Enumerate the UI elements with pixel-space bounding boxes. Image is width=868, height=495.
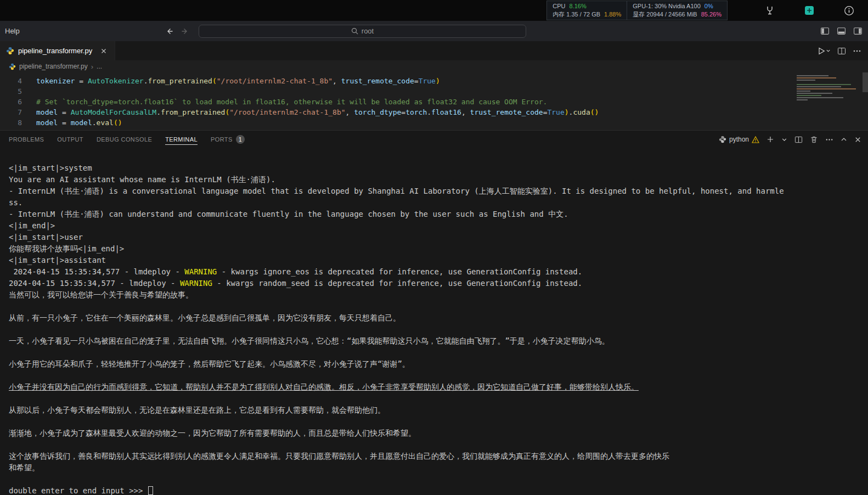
new-terminal-icon[interactable] bbox=[766, 136, 774, 143]
terminal-line bbox=[9, 393, 868, 404]
terminal-line bbox=[9, 439, 868, 451]
tab-pipeline-transformer[interactable]: pipeline_transformer.py bbox=[0, 41, 115, 60]
breadcrumb-symbol[interactable]: ... bbox=[97, 63, 102, 70]
terminal-line bbox=[9, 474, 868, 485]
terminal-line: - InternLM (书生·浦语) can understand and co… bbox=[9, 209, 868, 220]
back-arrow-icon[interactable] bbox=[164, 25, 176, 37]
toggle-sidebar-icon[interactable] bbox=[820, 26, 830, 36]
breadcrumb: pipeline_transformer.py › ... bbox=[0, 60, 868, 72]
apps-grid-icon[interactable] bbox=[802, 3, 816, 18]
tab-debug-console[interactable]: DEBUG CONSOLE bbox=[97, 131, 152, 148]
terminal-line: <|im_start|>user bbox=[9, 232, 868, 243]
terminal-line: 小兔子并没有因为自己的行为而感到得意，它知道，帮助别人并不是为了得到别人对自己的… bbox=[9, 381, 868, 393]
python-file-icon bbox=[9, 63, 16, 70]
ports-count-badge: 1 bbox=[236, 135, 245, 144]
python-file-icon bbox=[6, 47, 14, 55]
terminal-line: 渐渐地，小兔子成为了森林里最受人欢迎的动物之一，因为它帮助了所有需要帮助的人，而… bbox=[9, 428, 868, 439]
code-line: 8model = model.eval() bbox=[0, 117, 868, 128]
terminal-line bbox=[9, 347, 868, 358]
search-icon bbox=[351, 27, 358, 35]
cpu-memory-stats: CPU 8.16% 内存 1.35 / 72 GB 1.88% bbox=[547, 1, 627, 20]
line-number: 6 bbox=[0, 97, 22, 107]
forward-arrow-icon[interactable] bbox=[179, 25, 191, 37]
tab-ports[interactable]: PORTS 1 bbox=[211, 131, 245, 148]
split-editor-icon[interactable] bbox=[837, 47, 846, 55]
minimap[interactable] bbox=[797, 75, 858, 102]
terminal-line bbox=[9, 370, 868, 381]
terminal-output: <|im_start|>systemYou are an AI assistan… bbox=[9, 162, 868, 495]
line-number: 4 bbox=[0, 76, 22, 86]
terminal-line: 和希望。 bbox=[9, 462, 868, 474]
line-number: 5 bbox=[0, 86, 22, 97]
terminal-line: double enter to end input >>> bbox=[9, 485, 868, 495]
layout-toggles bbox=[820, 26, 863, 36]
more-actions-icon[interactable] bbox=[853, 47, 861, 55]
toggle-panel-icon[interactable] bbox=[836, 26, 846, 36]
code-editor[interactable]: 4tokenizer = AutoTokenizer.from_pretrain… bbox=[0, 72, 868, 130]
vram-value: 85.26% bbox=[701, 10, 722, 19]
memory-label: 内存 1.35 / 72 GB bbox=[553, 10, 600, 19]
terminal-line: You are an AI assistant whose name is In… bbox=[9, 174, 868, 185]
panel-tabs: PROBLEMS OUTPUT DEBUG CONSOLE TERMINAL P… bbox=[9, 131, 245, 148]
nav-controls: root bbox=[164, 25, 526, 38]
split-terminal-icon[interactable] bbox=[794, 136, 803, 144]
terminal-line: ss. bbox=[9, 197, 868, 209]
toggle-secondary-sidebar-icon[interactable] bbox=[853, 26, 863, 36]
code-line: 6# Set `torch_dtype=torch.float16` to lo… bbox=[0, 97, 868, 107]
cpu-value: 8.16% bbox=[569, 2, 586, 10]
terminal-cursor bbox=[148, 486, 153, 495]
warning-icon bbox=[752, 136, 759, 143]
terminal-line: - InternLM (书生·浦语) is a conversational l… bbox=[9, 185, 868, 197]
code-line: 4tokenizer = AutoTokenizer.from_pretrain… bbox=[0, 76, 868, 86]
editor-actions bbox=[817, 41, 861, 60]
gpu-label: GPU-1: 30% Nvidia A100 bbox=[633, 2, 701, 10]
line-number: 8 bbox=[0, 117, 22, 128]
breadcrumb-file[interactable]: pipeline_transformer.py bbox=[19, 63, 88, 70]
editor-scrollbar[interactable] bbox=[863, 72, 868, 92]
line-number: 7 bbox=[0, 107, 22, 117]
code-line: 7model = AutoModelForCausalLM.from_pretr… bbox=[0, 107, 868, 117]
python-shell-icon bbox=[719, 136, 726, 143]
terminal-line: 小兔子用它的耳朵和爪子，轻轻地推开了小鸟的笼子，然后帮助它飞了起来。小鸟感激不尽… bbox=[9, 358, 868, 370]
terminal[interactable]: <|im_start|>systemYou are an AI assistan… bbox=[0, 148, 868, 495]
terminal-line: 从前，有一只小兔子，它住在一个美丽的森林里。小兔子总是感到自己很孤单，因为它没有… bbox=[9, 312, 868, 324]
tab-terminal[interactable]: TERMINAL bbox=[165, 131, 198, 148]
tab-close-icon[interactable] bbox=[99, 46, 109, 56]
terminal-line: <|im_end|> bbox=[9, 220, 868, 232]
editor-tabbar: pipeline_transformer.py bbox=[0, 41, 868, 60]
cpu-label: CPU bbox=[553, 2, 565, 10]
memory-value: 1.88% bbox=[604, 10, 621, 19]
tab-problems[interactable]: PROBLEMS bbox=[9, 131, 44, 148]
code-line: 5 bbox=[0, 86, 868, 97]
terminal-line: <|im_start|>system bbox=[9, 162, 868, 174]
vram-label: 显存 20944 / 24566 MiB bbox=[633, 10, 697, 19]
kill-terminal-icon[interactable] bbox=[810, 136, 818, 144]
terminal-actions: python bbox=[719, 136, 861, 144]
terminal-line: 从那以后，小兔子每天都会帮助别人，无论是在森林里还是在路上，它总是看到有人需要帮… bbox=[9, 404, 868, 416]
terminal-line: 2024-04-15 15:35:34,577 - lmdeploy - WAR… bbox=[9, 266, 868, 278]
chevron-right-icon: › bbox=[91, 63, 93, 71]
system-topbar: CPU 8.16% 内存 1.35 / 72 GB 1.88% GPU-1: 3… bbox=[0, 0, 868, 21]
panel-more-icon[interactable] bbox=[825, 136, 833, 144]
titlebar: Help root bbox=[0, 21, 868, 41]
terminal-line bbox=[9, 324, 868, 335]
info-icon[interactable] bbox=[842, 3, 856, 18]
terminal-line: 你能帮我讲个故事吗<|im_end|> bbox=[9, 243, 868, 255]
terminal-line bbox=[9, 301, 868, 312]
close-panel-icon[interactable] bbox=[854, 136, 861, 143]
menu-help[interactable]: Help bbox=[0, 27, 25, 35]
terminal-line: 当然可以，我可以给您讲一个关于善良与希望的故事。 bbox=[9, 289, 868, 301]
terminal-dropdown-icon[interactable] bbox=[781, 137, 787, 143]
terminal-shell-selector[interactable]: python bbox=[719, 136, 759, 143]
code-lines: 4tokenizer = AutoTokenizer.from_pretrain… bbox=[0, 76, 868, 128]
terminal-line: 2024-04-15 15:35:34,577 - lmdeploy - WAR… bbox=[9, 278, 868, 289]
command-center-search[interactable]: root bbox=[199, 25, 526, 38]
tuning-fork-icon[interactable] bbox=[763, 3, 777, 18]
run-python-button[interactable] bbox=[817, 47, 831, 55]
maximize-panel-icon[interactable] bbox=[841, 136, 847, 143]
resource-monitor: CPU 8.16% 内存 1.35 / 72 GB 1.88% GPU-1: 3… bbox=[546, 1, 728, 20]
tab-output[interactable]: OUTPUT bbox=[57, 131, 83, 148]
gpu-value: 0% bbox=[704, 2, 713, 10]
terminal-line: 一天，小兔子看见一只小鸟被困在自己的笼子里，无法自由飞翔。小兔子很同情这只小鸟，… bbox=[9, 335, 868, 347]
terminal-line bbox=[9, 416, 868, 428]
